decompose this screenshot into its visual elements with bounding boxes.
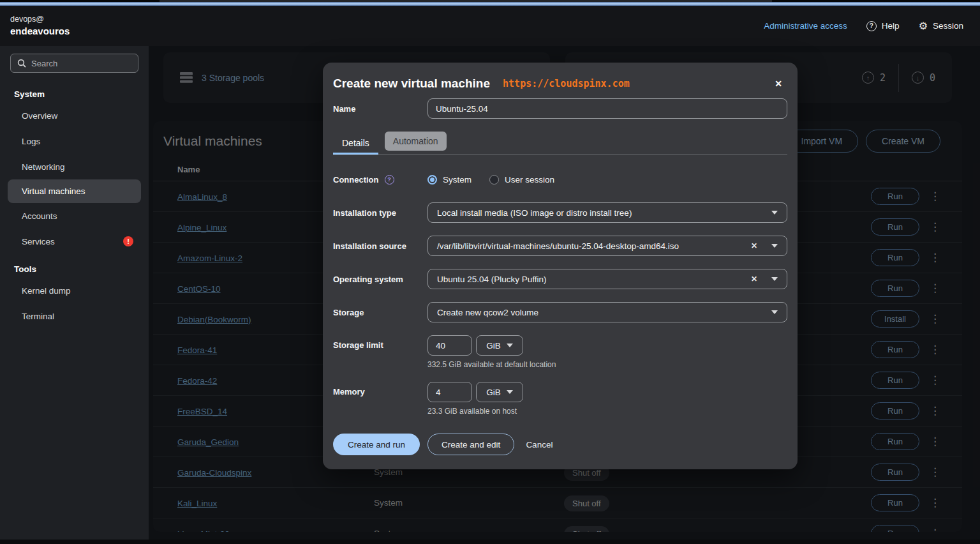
memory-unit-select[interactable]: GiB (476, 382, 523, 402)
operating-system-label: Operating system (333, 275, 427, 284)
cancel-button[interactable]: Cancel (526, 440, 553, 450)
sidebar-item-services[interactable]: Services ! (8, 229, 141, 254)
chevron-down-icon (771, 277, 778, 281)
connection-label: Connection (333, 175, 379, 185)
gear-icon: ⚙ (919, 21, 928, 31)
watermark-url: https://cloudspinx.com (503, 78, 630, 89)
installation-source-select[interactable]: /var/lib/libvirt/virtual-machines/ubuntu… (427, 236, 787, 256)
memory-unit: GiB (486, 388, 501, 397)
sidebar-item-virtual-machines[interactable]: Virtual machines (8, 179, 141, 203)
help-label: Help (882, 21, 900, 31)
session-menu[interactable]: ⚙ Session (919, 21, 963, 31)
create-vm-dialog: Create new virtual machine https://cloud… (323, 63, 798, 469)
tab-automation[interactable]: Automation (385, 132, 447, 151)
session-label: Session (933, 21, 963, 31)
radio-system-label: System (443, 175, 471, 185)
sidebar-item-logs[interactable]: Logs (8, 128, 141, 154)
connection-help-icon[interactable]: ? (385, 175, 394, 185)
create-and-run-button[interactable]: Create and run (333, 434, 420, 455)
create-and-edit-button[interactable]: Create and edit (427, 434, 514, 455)
tab-details[interactable]: Details (333, 133, 378, 155)
sidebar-heading-tools: Tools (8, 264, 141, 274)
host-brand: devops@ endeavouros (10, 14, 70, 38)
radio-user-session-label: User session (505, 175, 554, 185)
chevron-down-icon (771, 211, 778, 215)
storage-limit-label: Storage limit (333, 335, 427, 350)
top-accent-bar (0, 2, 980, 6)
close-icon[interactable]: ✕ (771, 77, 786, 90)
chevron-down-icon (507, 390, 513, 394)
name-field-label: Name (333, 104, 427, 114)
operating-system-select[interactable]: Ubuntu 25.04 (Plucky Puffin) ✕ (427, 269, 787, 289)
hostname: endeavouros (10, 25, 70, 38)
vm-name-input[interactable] (427, 98, 787, 119)
installation-type-select[interactable]: Local install media (ISO image or distro… (427, 202, 787, 223)
storage-select[interactable]: Create new qcow2 volume (427, 302, 787, 322)
administrative-access-link[interactable]: Administrative access (764, 21, 847, 31)
storage-limit-helper: 332.5 GiB available at default location (427, 360, 787, 369)
sidebar-item-terminal[interactable]: Terminal (8, 303, 141, 329)
radio-selected-icon (427, 175, 437, 185)
sidebar-item-kernel-dump[interactable]: Kernel dump (8, 278, 141, 303)
installation-type-value: Local install media (ISO image or distro… (437, 208, 632, 218)
help-icon: ? (866, 21, 877, 31)
sidebar-search[interactable] (10, 54, 138, 73)
sidebar-item-label: Services (22, 237, 55, 246)
top-edge-segment (160, 0, 772, 2)
chevron-down-icon (771, 310, 778, 314)
radio-system[interactable]: System (427, 175, 471, 185)
memory-input[interactable] (427, 382, 472, 402)
dialog-title: Create new virtual machine (333, 77, 490, 91)
chevron-down-icon (507, 344, 513, 347)
storage-limit-input[interactable] (427, 335, 472, 356)
radio-user-session[interactable]: User session (489, 175, 554, 185)
username: devops@ (10, 14, 70, 25)
storage-value: Create new qcow2 volume (437, 308, 538, 317)
search-icon (17, 59, 26, 68)
installation-source-value: /var/lib/libvirt/virtual-machines/ubuntu… (437, 241, 679, 251)
storage-limit-unit: GiB (486, 341, 501, 351)
clear-icon[interactable]: ✕ (751, 275, 757, 283)
sidebar-item-accounts[interactable]: Accounts (8, 203, 141, 229)
masthead: devops@ endeavouros Administrative acces… (0, 6, 980, 46)
chevron-down-icon (771, 244, 778, 248)
sidebar-item-overview[interactable]: Overview (8, 103, 141, 128)
dialog-tabs: Details Automation (333, 132, 787, 155)
storage-limit-unit-select[interactable]: GiB (476, 335, 523, 356)
storage-label: Storage (333, 308, 427, 317)
bottom-edge-strip (0, 540, 980, 544)
sidebar-item-networking[interactable]: Networking (8, 154, 141, 179)
memory-helper: 23.3 GiB available on host (427, 407, 787, 416)
installation-type-label: Installation type (333, 208, 427, 218)
services-alert-badge: ! (123, 236, 133, 246)
radio-unselected-icon (489, 175, 499, 185)
installation-source-label: Installation source (333, 241, 427, 251)
sidebar-heading-system: System (8, 89, 141, 99)
clear-icon[interactable]: ✕ (751, 241, 757, 250)
help-menu[interactable]: ? Help (866, 21, 900, 31)
sidebar: System Overview Logs Networking Virtual … (0, 46, 149, 544)
operating-system-value: Ubuntu 25.04 (Plucky Puffin) (437, 275, 547, 284)
memory-label: Memory (333, 382, 427, 397)
search-input[interactable] (31, 59, 121, 68)
